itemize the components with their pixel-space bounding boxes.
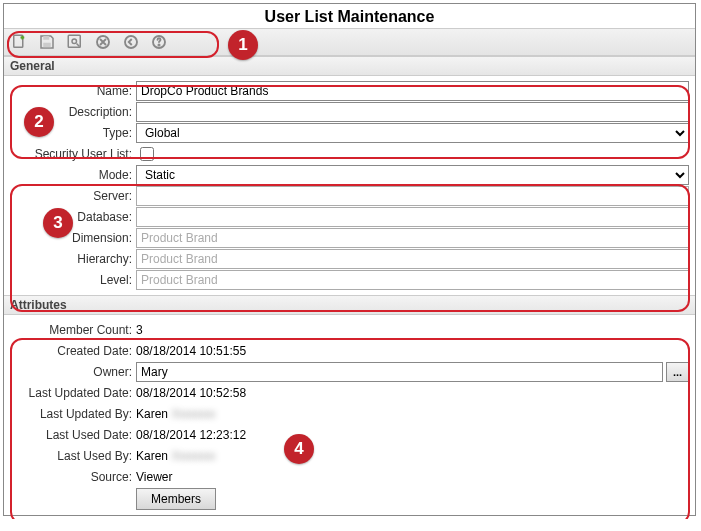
label-source: Source:: [10, 470, 136, 484]
mode-select[interactable]: Static: [136, 165, 689, 185]
label-created-date: Created Date:: [10, 344, 136, 358]
section-attributes-header: Attributes: [4, 295, 695, 315]
server-select: [136, 186, 689, 206]
members-button[interactable]: Members: [136, 488, 216, 510]
value-last-updated-by: Karen Xxxxxxx: [136, 405, 689, 423]
label-database: Database:: [10, 210, 136, 224]
value-last-updated-date: 08/18/2014 10:52:58: [136, 384, 689, 402]
database-select: [136, 207, 689, 227]
label-owner: Owner:: [10, 365, 136, 379]
owner-input[interactable]: [136, 362, 663, 382]
section-general-header: General: [4, 56, 695, 76]
label-level: Level:: [10, 273, 136, 287]
save-as-icon[interactable]: [64, 31, 86, 53]
app-window: User List Maintenance General Name: Desc…: [3, 3, 696, 516]
level-select: Product Brand: [136, 270, 689, 290]
label-security: Security User List:: [10, 147, 136, 161]
section-attributes: Member Count: 3 Created Date: 08/18/2014…: [4, 315, 695, 515]
value-member-count: 3: [136, 321, 689, 339]
svg-rect-1: [43, 36, 49, 40]
description-input[interactable]: [136, 102, 689, 122]
page-title: User List Maintenance: [4, 4, 695, 28]
label-member-count: Member Count:: [10, 323, 136, 337]
cancel-icon[interactable]: [92, 31, 114, 53]
value-last-used-by: Karen Xxxxxxx: [136, 447, 689, 465]
back-icon[interactable]: [120, 31, 142, 53]
label-description: Description:: [10, 105, 136, 119]
value-created-date: 08/18/2014 10:51:55: [136, 342, 689, 360]
label-last-used-by: Last Used By:: [10, 449, 136, 463]
svg-point-4: [72, 39, 77, 44]
toolbar: [4, 28, 695, 56]
label-last-used-date: Last Used Date:: [10, 428, 136, 442]
svg-rect-2: [43, 43, 51, 48]
label-last-updated-date: Last Updated Date:: [10, 386, 136, 400]
security-checkbox[interactable]: [140, 147, 154, 161]
label-type: Type:: [10, 126, 136, 140]
owner-browse-button[interactable]: ...: [666, 362, 689, 382]
save-icon[interactable]: [36, 31, 58, 53]
label-server: Server:: [10, 189, 136, 203]
value-source: Viewer: [136, 468, 689, 486]
label-hierarchy: Hierarchy:: [10, 252, 136, 266]
section-general: Name: Description: Type: Global Security…: [4, 76, 695, 295]
hierarchy-select: Product Brand: [136, 249, 689, 269]
name-input[interactable]: [136, 81, 689, 101]
help-icon[interactable]: [148, 31, 170, 53]
dimension-select: Product Brand: [136, 228, 689, 248]
svg-point-8: [158, 44, 159, 45]
label-mode: Mode:: [10, 168, 136, 182]
new-icon[interactable]: [8, 31, 30, 53]
value-last-used-date: 08/18/2014 12:23:12: [136, 426, 689, 444]
type-select[interactable]: Global: [136, 123, 689, 143]
svg-point-6: [125, 36, 137, 48]
label-dimension: Dimension:: [10, 231, 136, 245]
label-name: Name:: [10, 84, 136, 98]
label-last-updated-by: Last Updated By:: [10, 407, 136, 421]
